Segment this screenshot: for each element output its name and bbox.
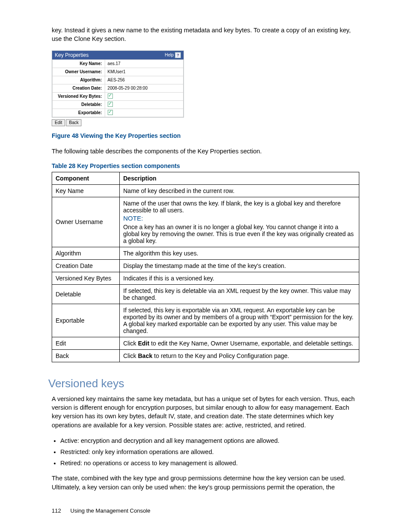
table-row: Algorithm The algorithm this key uses. — [52, 247, 359, 259]
table-row: Versioned Key Bytes Indicates if this is… — [52, 272, 359, 284]
help-label: Help — [165, 53, 174, 57]
cell-description: Name of key described in the current row… — [120, 184, 359, 197]
cell-component: Versioned Key Bytes — [52, 272, 120, 284]
cell-component: Exportable — [52, 304, 120, 337]
list-item: Retired: no operations or access to key … — [60, 459, 359, 468]
help-icon: ? — [175, 52, 181, 58]
th-component: Component — [52, 172, 120, 184]
section-heading-versioned-keys: Versioned keys — [48, 377, 359, 390]
table-row: Owner Username Name of the user that own… — [52, 197, 359, 247]
kp-title: Key Properties — [55, 52, 89, 58]
cell-description: If selected, this key is deletable via a… — [120, 284, 359, 304]
cell-description: The algorithm this key uses. — [120, 247, 359, 259]
note-label: NOTE: — [123, 215, 143, 222]
kp-row-value — [105, 100, 183, 109]
cell-component: Key Name — [52, 184, 120, 197]
intro-paragraph: key. Instead it gives a new name to the … — [52, 26, 359, 44]
kp-row-label: Creation Date: — [53, 84, 105, 92]
checkbox-icon — [108, 110, 113, 115]
cell-description: Display the timestamp made at the time o… — [120, 259, 359, 272]
cell-component: Owner Username — [52, 197, 120, 247]
components-table: Component Description Key Name Name of k… — [52, 172, 359, 362]
page-number: 112 — [52, 507, 61, 514]
table-row: Edit Click Edit to edit the Key Name, Ow… — [52, 337, 359, 349]
cell-description: If selected, this key is exportable via … — [120, 304, 359, 337]
footer-section-title: Using the Management Console — [70, 507, 150, 514]
kp-row-label: Versioned Key Bytes: — [53, 92, 105, 100]
key-properties-panel: Key Properties Help ? Key Name:aes.17 Ow… — [52, 50, 184, 118]
kp-row-value: AES-256 — [105, 76, 183, 84]
versioned-keys-para1: A versioned key maintains the same key m… — [52, 395, 359, 429]
kp-row-label: Algorithm: — [53, 76, 105, 84]
figure-caption: Figure 48 Viewing the Key Properties sec… — [52, 132, 359, 139]
cell-component: Algorithm — [52, 247, 120, 259]
cell-component: Deletable — [52, 284, 120, 304]
kp-row-label: Exportable: — [53, 109, 105, 117]
cell-component: Back — [52, 349, 120, 362]
back-button[interactable]: Back — [66, 119, 81, 126]
owner-desc-1: Name of the user that owns the key. If b… — [123, 200, 355, 214]
cell-component: Creation Date — [52, 259, 120, 272]
kp-body-table: Key Name:aes.17 Owner Username:KMUser1 A… — [52, 59, 184, 117]
table-row: Back Click Back to return to the Key and… — [52, 349, 359, 362]
checkbox-icon — [108, 102, 113, 107]
kp-row-label: Deletable: — [53, 100, 105, 109]
kp-row-label: Key Name: — [53, 59, 105, 68]
table-caption: Table 28 Key Properties section componen… — [52, 162, 359, 169]
help-link[interactable]: Help ? — [165, 52, 181, 58]
kp-row-value: aes.17 — [105, 59, 183, 68]
list-item: Restricted: only key information operati… — [60, 448, 359, 457]
cell-description: Click Back to return to the Key and Poli… — [120, 349, 359, 362]
table-row: Deletable If selected, this key is delet… — [52, 284, 359, 304]
kp-row-value: KMUser1 — [105, 68, 183, 76]
table-row: Key Name Name of key described in the cu… — [52, 184, 359, 197]
kp-row-value — [105, 109, 183, 117]
checkbox-icon — [108, 93, 113, 99]
page-footer: 112 Using the Management Console — [52, 507, 150, 514]
table-row: Exportable If selected, this key is expo… — [52, 304, 359, 337]
cell-component: Edit — [52, 337, 120, 349]
kp-row-value: 2008-05-29 00:28:00 — [105, 84, 183, 92]
lead-sentence: The following table describes the compon… — [52, 147, 359, 156]
kp-row-value — [105, 92, 183, 100]
cell-description: Indicates if this is a versioned key. — [120, 272, 359, 284]
edit-button[interactable]: Edit — [52, 119, 65, 126]
th-description: Description — [120, 172, 359, 184]
states-list: Active: encryption and decryption and al… — [60, 436, 359, 468]
list-item: Active: encryption and decryption and al… — [60, 436, 359, 446]
kp-row-label: Owner Username: — [53, 68, 105, 76]
cell-description: Click Edit to edit the Key Name, Owner U… — [120, 337, 359, 349]
table-row: Creation Date Display the timestamp made… — [52, 259, 359, 272]
cell-description: Name of the user that owns the key. If b… — [120, 197, 359, 247]
versioned-keys-para2: The state, combined with the key type an… — [52, 474, 359, 492]
owner-desc-2: Once a key has an owner it is no longer … — [123, 224, 355, 244]
